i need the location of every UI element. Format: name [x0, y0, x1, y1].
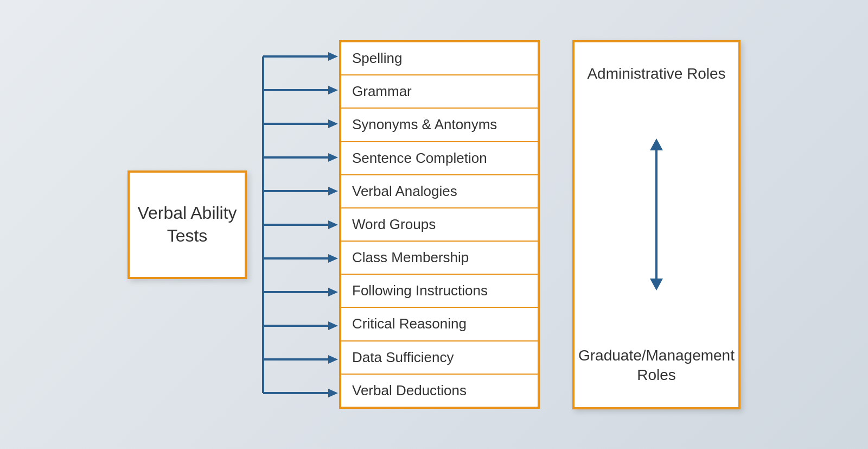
- connector: [247, 40, 339, 409]
- list-item: Synonyms & Antonyms: [341, 109, 538, 142]
- svg-marker-10: [328, 187, 338, 195]
- right-box: Administrative Roles Graduate/Management…: [572, 40, 741, 409]
- list-item: Critical Reasoning: [341, 308, 538, 341]
- svg-marker-12: [328, 220, 338, 229]
- list-item: Word Groups: [341, 208, 538, 242]
- list-item: Data Sufficiency: [341, 342, 538, 375]
- svg-marker-22: [328, 389, 338, 397]
- diagram-container: Verbal Ability Tests: [127, 40, 741, 409]
- list-item: Verbal Deductions: [341, 375, 538, 407]
- list-box: Spelling Grammar Synonyms & Antonyms Sen…: [339, 40, 540, 409]
- administrative-roles-label: Administrative Roles: [587, 64, 725, 84]
- svg-marker-2: [328, 52, 338, 61]
- double-arrow-svg: [646, 138, 667, 290]
- list-item: Verbal Analogies: [341, 175, 538, 208]
- svg-marker-16: [328, 288, 338, 296]
- svg-marker-8: [328, 153, 338, 162]
- svg-marker-4: [328, 86, 338, 94]
- main-box: Verbal Ability Tests: [127, 170, 247, 279]
- svg-marker-6: [328, 119, 338, 128]
- list-item: Class Membership: [341, 242, 538, 275]
- svg-marker-18: [328, 321, 338, 330]
- list-item: Following Instructions: [341, 275, 538, 308]
- arrows-svg: [247, 40, 339, 409]
- list-item: Sentence Completion: [341, 142, 538, 175]
- main-box-label: Verbal Ability Tests: [130, 202, 245, 247]
- list-item: Spelling: [341, 42, 538, 75]
- svg-marker-14: [328, 254, 338, 263]
- svg-marker-20: [328, 355, 338, 364]
- double-arrow: [646, 84, 667, 346]
- svg-marker-25: [650, 279, 663, 290]
- list-item: Grammar: [341, 75, 538, 109]
- svg-marker-23: [650, 138, 663, 150]
- graduate-roles-label: Graduate/Management Roles: [578, 346, 735, 385]
